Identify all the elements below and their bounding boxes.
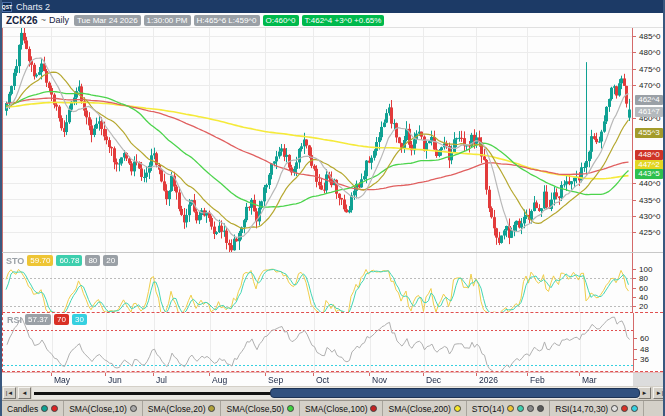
quote-badge: O:460^0 xyxy=(263,15,299,26)
month-tick xyxy=(423,373,424,376)
rsi-tick xyxy=(634,359,637,360)
sto-axis-label: 20 xyxy=(639,302,648,311)
rsi-value-badges: 57.377030 xyxy=(25,314,87,325)
legend-item-rsi-14-70-30-[interactable]: RSI(14,70,30) xyxy=(550,401,644,416)
month-label: Aug xyxy=(212,375,227,385)
scrollbar-track[interactable] xyxy=(32,387,637,399)
qst-logo-icon: QST xyxy=(2,2,12,12)
legend-color-dot-icon xyxy=(621,405,628,412)
rsi-axis-label: 48 xyxy=(640,344,649,353)
price-tick xyxy=(633,183,636,184)
symbol-label[interactable]: ZCK26 xyxy=(6,15,38,26)
quote-badge: 1:30:00 PM xyxy=(144,15,191,26)
scrollbar-track-line xyxy=(34,392,272,395)
price-axis-label: 425^0 xyxy=(639,228,661,237)
month-tick xyxy=(209,373,210,376)
legend-color-dot-icon xyxy=(208,405,215,412)
legend-item-label: SMA(Close,200) xyxy=(388,404,450,414)
legend-item-label: RSI(14,70,30) xyxy=(555,404,608,414)
sto-tick xyxy=(633,278,636,279)
legend-item-label: SMA(Close,100) xyxy=(305,404,367,414)
month-tick xyxy=(51,373,52,376)
price-tick xyxy=(633,52,636,53)
legend-color-dot-icon xyxy=(287,405,294,412)
price-axis-label: 475^0 xyxy=(639,65,661,74)
month-tick xyxy=(527,373,528,376)
legend-item-label: SMA(Close,10) xyxy=(69,404,127,414)
rsi-panel: RSI 57.377030 604836 xyxy=(2,312,663,372)
title-bar[interactable]: QST Charts 2 xyxy=(0,0,665,13)
month-label: Jul xyxy=(156,375,167,385)
rsi-badge: 70 xyxy=(54,314,69,325)
window-title: Charts 2 xyxy=(16,2,50,12)
sto-value-badges: 59.7060.788020 xyxy=(27,255,118,266)
legend-item-sto-14-[interactable]: STO(14) xyxy=(467,401,550,416)
sto-tick xyxy=(633,297,636,298)
scroll-first-button[interactable]: |◄ xyxy=(3,387,16,399)
price-tick xyxy=(633,232,636,233)
price-tick xyxy=(633,216,636,217)
time-axis[interactable]: MayJunJulAugSepOctNovDec2026FebMar xyxy=(2,372,665,386)
sto-axis-label: 40 xyxy=(639,292,648,301)
scroll-prev-button[interactable]: ◄ xyxy=(18,387,31,399)
horizontal-scrollbar[interactable]: |◄ ◄ ► ►| xyxy=(2,386,665,400)
scroll-last-button[interactable]: ►| xyxy=(653,387,665,399)
price-level-badge: 462^4 xyxy=(635,95,663,105)
price-level-badge: 448^0 xyxy=(635,150,663,160)
price-axis[interactable]: 485^0480^0475^0470^0460^0440^0435^0430^0… xyxy=(632,28,663,252)
month-label: May xyxy=(54,375,70,385)
legend-color-dot-icon xyxy=(507,405,514,412)
legend-item-label: Candles xyxy=(7,404,38,414)
timeframe-label[interactable]: Daily xyxy=(49,15,69,25)
price-tick xyxy=(633,36,636,37)
price-tick xyxy=(633,85,636,86)
month-tick xyxy=(313,373,314,376)
month-label: Nov xyxy=(372,375,387,385)
legend-color-dot-icon xyxy=(51,405,58,412)
symbol-tilde: ~ xyxy=(41,15,46,25)
legend-item-sma-close-50-[interactable]: SMA(Close,50) xyxy=(221,401,300,416)
price-axis-label: 440^0 xyxy=(639,179,661,188)
legend-item-sma-close-10-[interactable]: SMA(Close,10) xyxy=(64,401,143,416)
quote-badge: T:462^4 +3^0 +0.65% xyxy=(302,15,385,26)
sto-tick xyxy=(633,288,636,289)
quote-badge: Tue Mar 24 2026 xyxy=(74,15,141,26)
rsi-chart-canvas[interactable] xyxy=(3,313,633,371)
rsi-axis[interactable]: 604836 xyxy=(633,313,664,371)
study-legend-bar: CandlesSMA(Close,10)SMA(Close,20)SMA(Clo… xyxy=(2,400,665,416)
rsi-tick xyxy=(634,338,637,339)
legend-item-candles[interactable]: Candles xyxy=(2,401,64,416)
rsi-axis-label: 60 xyxy=(640,334,649,343)
price-tick xyxy=(633,200,636,201)
price-axis-label: 435^0 xyxy=(639,196,661,205)
quote-badges: Tue Mar 24 20261:30:00 PMH:465^6 L:459^0… xyxy=(74,15,384,26)
stochastic-panel: STO 59.7060.788020 10080604020 xyxy=(2,252,663,312)
rsi-badge: 57.37 xyxy=(25,314,51,325)
legend-color-dot-icon xyxy=(454,405,461,412)
legend-item-sma-close-100-[interactable]: SMA(Close,100) xyxy=(300,401,383,416)
legend-color-dot-icon xyxy=(527,405,534,412)
sto-axis[interactable]: 10080604020 xyxy=(632,253,663,312)
month-label: Mar xyxy=(582,375,597,385)
price-chart-panel: 485^0480^0475^0470^0460^0440^0435^0430^0… xyxy=(2,28,663,252)
month-tick xyxy=(579,373,580,376)
sto-label: STO xyxy=(6,256,24,266)
scrollbar-thumb[interactable] xyxy=(270,388,640,398)
sto-tick xyxy=(633,269,636,270)
candlestick-chart-canvas[interactable] xyxy=(2,28,632,252)
month-label: Sep xyxy=(268,375,283,385)
price-level-badge: 455^3 xyxy=(635,128,663,138)
price-axis-label: 485^0 xyxy=(639,32,661,41)
legend-color-dot-icon xyxy=(130,405,137,412)
legend-item-label: SMA(Close,50) xyxy=(226,404,284,414)
month-tick xyxy=(265,373,266,376)
sto-badge: 59.70 xyxy=(27,255,53,266)
rsi-axis-label: 36 xyxy=(640,355,649,364)
sto-badge: 80 xyxy=(85,255,100,266)
legend-item-sma-close-200-[interactable]: SMA(Close,200) xyxy=(383,401,466,416)
rsi-label: RSI xyxy=(7,315,22,325)
month-tick xyxy=(105,373,106,376)
month-tick xyxy=(369,373,370,376)
legend-item-sma-close-20-[interactable]: SMA(Close,20) xyxy=(143,401,222,416)
price-tick xyxy=(633,118,636,119)
